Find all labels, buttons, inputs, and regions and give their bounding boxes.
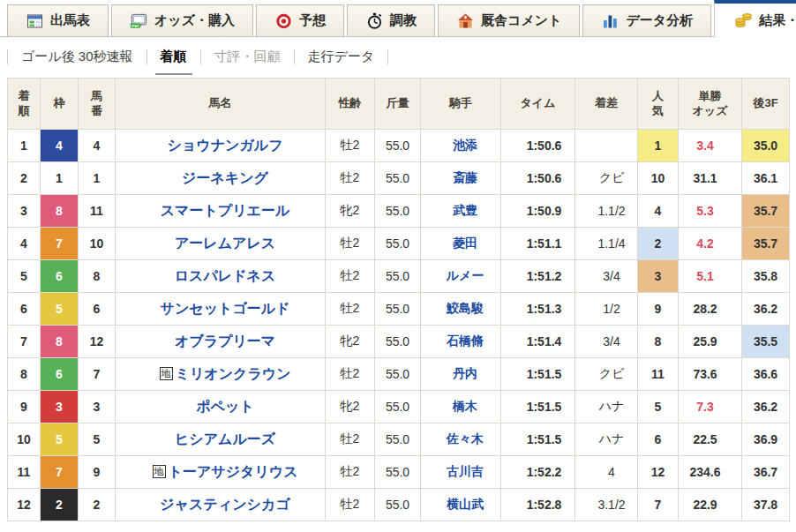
popularity: 9 [638,293,679,326]
tab-label: 結果・払戻 [759,12,796,29]
margin: 3/4 [575,326,638,358]
sex-age: 牝2 [326,195,375,228]
top-tab-bar: 出馬表IPATオッズ・購入予想調教厩舎コメントデータ分析結果・払戻 [0,0,796,37]
finish-time: 1:51.5 [501,358,575,391]
popularity: 2 [638,228,679,260]
odds-monitor-icon: IPAT [130,12,148,30]
jockey-link[interactable]: 橋木 [453,399,477,413]
finish-time: 1:51.2 [501,260,575,293]
carried-weight: 55.0 [375,391,421,423]
frame-number: 1 [41,162,79,195]
finish-time: 1:50.6 [501,162,575,195]
frame-number: 5 [41,423,79,456]
frame-number: 8 [41,195,79,228]
jockey-link[interactable]: ルメー [447,268,484,282]
tab-kekka-haraimodoshi[interactable]: 結果・払戻 [714,0,796,37]
carried-weight: 55.0 [375,130,421,162]
horse-name-link[interactable]: アーレムアレス [175,236,275,251]
win-odds: 5.3 [679,195,742,228]
sex-age: 牡2 [326,489,375,521]
tab-label: 予想 [299,12,326,29]
tab-chokyo[interactable]: 調教 [347,4,435,36]
jockey-link[interactable]: 池添 [453,138,477,152]
horse-name-link[interactable]: スマートプリエール [161,203,290,218]
jockey-cell: 古川吉 [421,456,501,489]
subnav-item-goal-sokuho[interactable]: ゴール後 30秒速報 [21,49,133,65]
subnav-separator [200,49,201,64]
tab-data-bunseki[interactable]: データ分析 [582,4,711,36]
subnav-item-chakujun[interactable]: 着順 [161,49,187,65]
horse-name-link[interactable]: オブラプリーマ [175,333,275,348]
finish-position: 9 [8,391,41,423]
jockey-link[interactable]: 武豊 [453,203,477,217]
jockey-link[interactable]: 菱田 [453,236,477,250]
tab-shutsubahyo[interactable]: 出馬表 [7,4,109,36]
carried-weight: 55.0 [375,456,421,489]
popularity: 11 [638,358,679,391]
sex-age: 牡2 [326,358,375,391]
horse-name-cell: ジーネキング [116,162,326,195]
jockey-cell: 横山武 [421,489,501,521]
jockey-link[interactable]: 石橋脩 [447,333,484,348]
results-table: 着 順枠馬 番馬名性齢斤量騎手タイム着差人 気単勝 オッズ後3F 144ショウナ… [7,78,790,521]
win-odds: 28.2 [679,293,742,326]
jockey-link[interactable]: 斎藤 [453,170,477,184]
column-header: 着差 [575,79,638,130]
popularity: 4 [638,195,679,228]
frame-number: 3 [41,391,79,423]
horse-name-cell: ヒシアムルーズ [116,423,326,456]
carried-weight: 55.0 [375,358,421,391]
finish-position: 7 [8,326,41,358]
jockey-link[interactable]: 横山武 [447,497,484,511]
tab-kyusha-comment[interactable]: 厩舎コメント [438,4,580,36]
last-3f: 36.6 [742,358,790,391]
horse-number: 8 [79,260,116,293]
column-header: 馬名 [116,79,326,130]
finish-time: 1:51.5 [501,391,575,423]
sex-age: 牡2 [326,293,375,326]
tab-yosou[interactable]: 予想 [256,4,344,36]
jockey-cell: 丹内 [421,358,501,391]
horse-name-link[interactable]: ジーネキング [182,170,268,185]
jockey-link[interactable]: 佐々木 [447,431,484,446]
carried-weight: 55.0 [375,326,421,358]
win-odds: 73.6 [679,358,742,391]
jockey-cell: 佐々木 [421,423,501,456]
sex-age: 牡2 [326,130,375,162]
horse-name-link[interactable]: ショウナンガルフ [168,138,283,153]
horse-name-link[interactable]: サンセットゴールド [161,301,290,316]
jockey-link[interactable]: 古川吉 [447,464,484,478]
jockey-cell: ルメー [421,260,501,293]
jockey-link[interactable]: 丹内 [453,366,477,380]
stopwatch-icon [365,12,384,30]
result-row: 1055ヒシアムルーズ牡255.0佐々木1:51.5ハナ622.536.9 [8,423,790,456]
horse-name-link[interactable]: ヒシアムルーズ [175,431,275,446]
bullseye-icon [274,12,293,30]
subnav-item-soko-data[interactable]: 走行データ [308,49,375,65]
horse-name-link[interactable]: トーアサジタリウス [169,464,298,479]
finish-time: 1:51.3 [501,293,575,326]
local-horse-mark: 地 [160,367,173,380]
race-results-page: 出馬表IPATオッズ・購入予想調教厩舎コメントデータ分析結果・払戻 ゴール後 3… [0,0,796,521]
horse-name-link[interactable]: ポペット [196,399,254,414]
horse-name-link[interactable]: ロスパレドネス [175,268,276,283]
coins-icon [734,11,753,29]
jockey-link[interactable]: 鮫島駿 [447,301,484,315]
sex-age: 牡2 [326,456,375,489]
tab-odds-purchase[interactable]: IPATオッズ・購入 [111,4,253,36]
popularity: 8 [638,326,679,358]
column-header: タイム [501,79,575,130]
frame-number: 8 [41,326,79,358]
horse-number: 3 [79,391,116,423]
result-row: 867地ミリオンクラウン牡255.0丹内1:51.5クビ1173.636.6 [8,358,790,391]
column-header: 着 順 [8,79,41,130]
frame-number: 4 [41,130,79,162]
popularity: 3 [638,260,679,293]
horse-name-link[interactable]: ミリオンクラウン [176,366,291,381]
subnav-separator [387,49,388,64]
horse-name-link[interactable]: ジャスティンシカゴ [160,497,289,512]
jockey-cell: 菱田 [421,228,501,260]
frame-number: 6 [41,358,79,391]
horse-name-cell: ジャスティンシカゴ [116,489,326,521]
result-row: 1179地トーアサジタリウス牡255.0古川吉1:52.2412234.636.… [8,456,790,489]
